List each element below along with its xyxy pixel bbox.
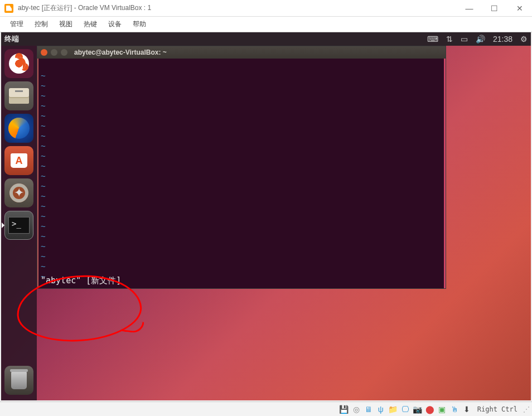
unity-launcher: [1, 46, 37, 400]
trash-icon: [11, 371, 27, 389]
status-network-icon[interactable]: 🖥: [364, 404, 374, 414]
keyboard-layout-icon[interactable]: ⌨: [427, 35, 438, 43]
battery-icon[interactable]: ▭: [461, 35, 468, 43]
ubuntu-logo-icon: [9, 54, 29, 74]
host-key-label: Right Ctrl: [474, 405, 521, 413]
vbox-status-bar: 💾 ◎ 🖥 ψ 📁 🖵 📷 ⬤ ▣ 🖱 ⬇ Right Ctrl ⋰: [0, 402, 532, 416]
menu-control[interactable]: 控制: [29, 17, 54, 31]
status-recording-icon[interactable]: ⬤: [425, 404, 435, 414]
software-icon: [11, 153, 27, 168]
status-display-icon[interactable]: 🖵: [400, 404, 410, 414]
menu-help[interactable]: 帮助: [127, 17, 152, 31]
running-indicator-icon: [2, 222, 4, 228]
terminal-text-area[interactable]: ~~~~~~~~~~~~~~~~~~~~~: [37, 59, 444, 288]
vbox-window-title: aby-tec [正在运行] - Oracle VM VirtualBox : …: [18, 3, 457, 13]
status-hdd-icon[interactable]: 💾: [339, 404, 349, 414]
clock[interactable]: 21:38: [493, 35, 512, 43]
status-mouse-icon[interactable]: 🖱: [449, 404, 460, 414]
menu-devices[interactable]: 设备: [103, 17, 127, 31]
window-maximize-button[interactable]: ☐: [482, 0, 507, 17]
terminal-titlebar[interactable]: abytec@abytec-VirtualBox: ~: [37, 46, 446, 59]
terminal-close-button[interactable]: [41, 49, 47, 56]
volume-icon[interactable]: 🔊: [476, 35, 485, 43]
status-capture-icon[interactable]: ⬇: [462, 404, 472, 414]
launcher-trash[interactable]: [4, 366, 33, 395]
terminal-icon: [8, 217, 30, 234]
vbox-app-icon: [4, 4, 13, 13]
window-close-button[interactable]: ✕: [507, 0, 532, 17]
terminal-scrollbar[interactable]: [444, 59, 446, 288]
window-minimize-button[interactable]: —: [457, 0, 482, 17]
launcher-settings[interactable]: [4, 178, 33, 207]
resize-grip-icon[interactable]: ⋰: [523, 405, 529, 413]
status-usb-icon[interactable]: ψ: [376, 404, 386, 414]
menu-hotkeys[interactable]: 热键: [78, 17, 103, 31]
status-shared-folder-icon[interactable]: 📁: [388, 404, 398, 414]
vim-status-line: "abytec" [新文件]: [41, 275, 121, 286]
terminal-window: abytec@abytec-VirtualBox: ~ ~~~~~~~~~~~~…: [37, 46, 446, 289]
launcher-firefox[interactable]: [4, 114, 33, 143]
status-cpu-icon[interactable]: ▣: [437, 404, 447, 414]
launcher-terminal[interactable]: [4, 211, 33, 240]
launcher-files[interactable]: [4, 81, 33, 110]
launcher-software[interactable]: [4, 146, 33, 175]
terminal-maximize-button[interactable]: [61, 49, 67, 56]
menu-manage[interactable]: 管理: [4, 17, 29, 31]
settings-icon: [9, 183, 28, 202]
status-camera-icon[interactable]: 📷: [413, 404, 423, 414]
ubuntu-top-panel: 终端 ⌨ ⇅ ▭ 🔊 21:38 ⚙: [1, 32, 531, 46]
firefox-icon: [8, 118, 30, 139]
ubuntu-desktop: 终端 ⌨ ⇅ ▭ 🔊 21:38 ⚙: [1, 32, 531, 400]
menu-view[interactable]: 视图: [54, 17, 78, 31]
terminal-title: abytec@abytec-VirtualBox: ~: [74, 49, 167, 56]
vbox-menubar: 管理 控制 视图 热键 设备 帮助: [0, 17, 532, 32]
vbox-titlebar: aby-tec [正在运行] - Oracle VM VirtualBox : …: [0, 0, 532, 17]
launcher-dash[interactable]: [4, 49, 33, 78]
system-gear-icon[interactable]: ⚙: [520, 35, 528, 43]
terminal-minimize-button[interactable]: [51, 49, 57, 56]
panel-app-title: 终端: [4, 34, 19, 44]
files-icon: [9, 88, 29, 104]
network-icon[interactable]: ⇅: [446, 35, 453, 43]
status-optical-icon[interactable]: ◎: [351, 404, 361, 414]
